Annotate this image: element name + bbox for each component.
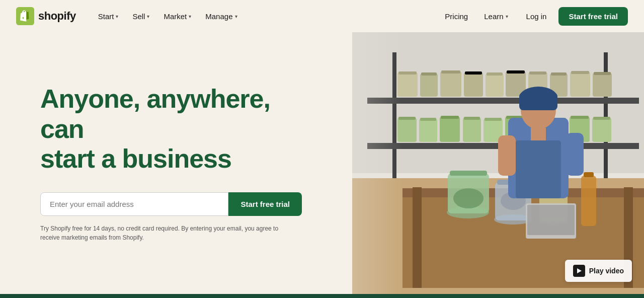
nav-links-left: Start ▾ Sell ▾ Market ▾ Manage ▾ <box>92 8 244 25</box>
svg-rect-34 <box>463 118 481 142</box>
nav-learn-label: Learn <box>484 12 503 21</box>
svg-rect-69 <box>519 93 557 110</box>
hero-start-trial-button[interactable]: Start free trial <box>228 192 302 216</box>
svg-rect-25 <box>571 71 589 74</box>
svg-rect-23 <box>551 72 567 76</box>
navbar: shopify Start ▾ Sell ▾ Market ▾ Manage ▾… <box>0 0 644 32</box>
svg-rect-30 <box>419 119 437 142</box>
svg-rect-33 <box>441 116 459 119</box>
nav-item-pricing[interactable]: Pricing <box>439 8 474 25</box>
svg-rect-27 <box>594 72 611 75</box>
svg-rect-55 <box>450 171 487 176</box>
hero-headline-line1: Anyone, anywhere, can <box>40 84 270 143</box>
svg-rect-37 <box>485 118 502 121</box>
play-icon <box>573 265 585 277</box>
hero-image-placeholder <box>352 32 644 294</box>
svg-rect-65 <box>584 172 594 177</box>
svg-rect-71 <box>516 140 561 198</box>
nav-sell-label: Sell <box>132 12 145 21</box>
nav-pricing-label: Pricing <box>445 12 468 21</box>
nav-market-chevron: ▾ <box>189 14 191 19</box>
nav-manage-chevron: ▾ <box>235 14 237 19</box>
svg-rect-72 <box>498 135 516 176</box>
svg-rect-75 <box>527 205 575 235</box>
logo-text: shopify <box>38 10 76 23</box>
nav-manage-label: Manage <box>205 12 232 21</box>
svg-rect-47 <box>593 117 610 120</box>
svg-rect-46 <box>592 118 611 142</box>
login-button[interactable]: Log in <box>518 8 555 25</box>
hero-scene-svg <box>352 32 644 294</box>
nav-sell-chevron: ▾ <box>147 14 149 19</box>
shopify-logo-icon <box>16 7 34 25</box>
disclaimer-text: Try Shopify free for 14 days, no credit … <box>40 224 292 242</box>
nav-start-chevron: ▾ <box>116 14 118 19</box>
svg-rect-15 <box>465 71 482 74</box>
svg-rect-73 <box>566 133 584 176</box>
nav-start-label: Start <box>98 12 114 21</box>
svg-rect-64 <box>581 176 596 226</box>
nav-learn-chevron: ▾ <box>506 14 508 19</box>
svg-rect-45 <box>571 116 589 119</box>
play-triangle-icon <box>577 268 582 273</box>
svg-rect-32 <box>440 117 460 142</box>
svg-rect-1 <box>23 17 24 19</box>
svg-rect-10 <box>420 73 438 97</box>
hero-headline: Anyone, anywhere, can start a business <box>40 84 312 174</box>
svg-rect-51 <box>413 187 422 288</box>
svg-rect-26 <box>593 73 612 97</box>
hero-left: Anyone, anywhere, can start a business S… <box>0 32 352 294</box>
play-video-label: Play video <box>589 267 624 275</box>
nav-item-learn[interactable]: Learn ▾ <box>478 8 514 25</box>
play-video-button[interactable]: Play video <box>565 260 632 282</box>
svg-rect-19 <box>507 70 525 73</box>
svg-rect-21 <box>529 71 546 74</box>
nav-item-manage[interactable]: Manage ▾ <box>199 8 243 25</box>
svg-point-56 <box>453 188 484 208</box>
svg-rect-6 <box>367 98 639 104</box>
hero-image-section: Play video <box>352 32 644 294</box>
nav-item-market[interactable]: Market ▾ <box>157 8 197 25</box>
svg-rect-35 <box>464 117 480 120</box>
navbar-right: Pricing Learn ▾ Log in Start free trial <box>439 7 628 26</box>
main-content: Anyone, anywhere, can start a business S… <box>0 32 644 294</box>
navbar-left: shopify Start ▾ Sell ▾ Market ▾ Manage ▾ <box>16 7 244 25</box>
svg-rect-76 <box>352 32 403 294</box>
email-input[interactable] <box>40 192 228 216</box>
nav-market-label: Market <box>164 12 187 21</box>
svg-rect-13 <box>441 70 460 73</box>
svg-rect-12 <box>440 71 461 97</box>
email-form: Start free trial <box>40 192 302 216</box>
nav-item-sell[interactable]: Sell ▾ <box>126 8 155 25</box>
logo-link[interactable]: shopify <box>16 7 76 25</box>
svg-rect-70 <box>531 128 546 140</box>
svg-rect-14 <box>464 72 483 97</box>
svg-rect-16 <box>486 73 504 97</box>
svg-rect-31 <box>420 118 436 121</box>
nav-start-trial-button[interactable]: Start free trial <box>558 7 628 26</box>
hero-headline-line2: start a business <box>40 144 231 173</box>
svg-rect-17 <box>487 72 503 76</box>
nav-item-start[interactable]: Start ▾ <box>92 8 125 25</box>
svg-rect-11 <box>421 72 437 76</box>
bottom-bar <box>0 294 644 298</box>
svg-rect-24 <box>570 72 590 97</box>
